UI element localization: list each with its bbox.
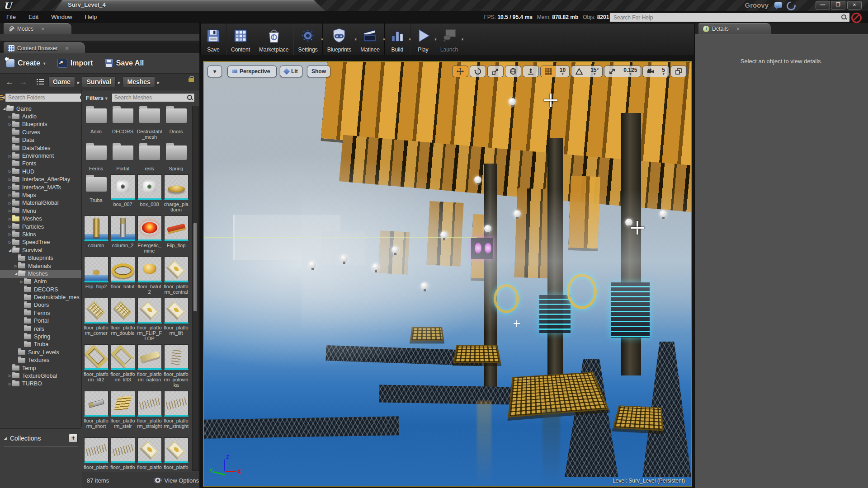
tree-item-interface_mats[interactable]: ▷Interface_MATs	[0, 183, 81, 191]
tree-expander-icon[interactable]: ▷	[8, 374, 12, 378]
asset-item[interactable]: floor_batut 2	[137, 257, 162, 295]
build-button[interactable]: Build▾	[385, 23, 410, 55]
show-flags-button[interactable]: Show	[307, 66, 330, 77]
tree-item-turbo[interactable]: ▷TURBO	[0, 380, 81, 388]
close-tab-icon[interactable]: ✕	[65, 46, 69, 52]
breadcrumb-item-game[interactable]: Game	[48, 76, 75, 87]
menu-file[interactable]: File	[0, 11, 22, 23]
blueprints-button[interactable]: Blueprints▾	[323, 23, 356, 55]
tree-expander-icon[interactable]: ▷	[8, 154, 12, 158]
save-all-button[interactable]: Save All	[105, 59, 144, 67]
lit-mode-button[interactable]: Lit	[280, 66, 302, 77]
help-search-input[interactable]	[609, 13, 850, 22]
tree-item-ferms[interactable]: Ferms	[0, 309, 81, 317]
tree-item-particles[interactable]: ▷Particles	[0, 223, 81, 230]
asset-item[interactable]: DECORS	[110, 106, 136, 140]
tree-expander-icon[interactable]: ◢	[2, 107, 6, 111]
asset-item[interactable]: floor_platform_FLIP_FLOP	[137, 298, 162, 341]
asset-item[interactable]: Anim	[83, 106, 109, 140]
import-button[interactable]: Import	[57, 59, 93, 68]
tree-expander-icon[interactable]: ▷	[8, 217, 12, 221]
asset-item[interactable]: charge_platform	[163, 174, 189, 212]
tree-item-textures[interactable]: Textures	[0, 357, 81, 364]
tree-item-menu[interactable]: ▷Menu	[0, 207, 81, 215]
tree-item-materials[interactable]: ▷Materials	[0, 262, 81, 270]
camera-value[interactable]: 5▾	[658, 68, 669, 75]
asset-item[interactable]: Flip_flop	[163, 216, 189, 253]
tree-item-environment[interactable]: ▷Environment	[0, 152, 81, 160]
tree-item-truba[interactable]: Truba	[0, 341, 81, 348]
asset-item[interactable]: floor_platform_straight_S	[110, 437, 136, 470]
breadcrumb-item-meshes[interactable]: Meshes	[123, 76, 155, 87]
perspective-button[interactable]: Perspective	[227, 66, 277, 77]
tree-expander-icon[interactable]: ▷	[8, 382, 12, 386]
settings-button[interactable]: Settings▾	[293, 23, 322, 55]
lock-icon[interactable]	[189, 78, 194, 82]
tree-item-doors[interactable]: Doors	[0, 301, 81, 309]
tree-item-surv_levels[interactable]: Surv_Levels	[0, 348, 81, 356]
tree-item-destruktable_mes[interactable]: Destruktable_mes	[0, 293, 81, 301]
rotate-button[interactable]	[470, 66, 486, 77]
asset-item[interactable]: floor_platform_double_	[110, 298, 136, 341]
tree-item-curves[interactable]: Curves	[0, 128, 81, 136]
asset-item[interactable]: Flip_flop2	[83, 257, 109, 295]
asset-grid-scrollbar[interactable]	[192, 106, 199, 471]
tree-item-skins[interactable]: ▷Skins	[0, 230, 81, 238]
asset-item[interactable]: floor_platform_steir	[110, 391, 136, 434]
add-collection-button[interactable]: +	[69, 434, 78, 443]
tree-expander-icon[interactable]: ▷	[8, 185, 12, 189]
tree-item-portal[interactable]: Portal	[0, 317, 81, 325]
tree-item-decors[interactable]: DECORS	[0, 286, 81, 293]
asset-item[interactable]: Doors	[163, 106, 189, 140]
camera-button[interactable]	[643, 66, 658, 77]
tree-item-maps[interactable]: ▷Maps	[0, 191, 81, 199]
asset-item[interactable]: floor_platform_corner	[83, 298, 109, 341]
asset-item[interactable]: floor_platform_straight_S	[137, 437, 162, 470]
asset-item[interactable]: floor_platform_lift3	[110, 344, 136, 388]
tree-item-reils[interactable]: reils	[0, 325, 81, 333]
menu-edit[interactable]: Edit	[22, 11, 45, 23]
tree-item-meshes[interactable]: ◢Meshes	[0, 270, 81, 277]
tree-expander-icon[interactable]: ▷	[8, 115, 12, 119]
asset-item[interactable]: Destruktabl_mesh	[137, 106, 162, 140]
collapse-icon[interactable]: ◢	[4, 436, 7, 441]
sync-icon[interactable]	[785, 0, 797, 12]
marketplace-button[interactable]: Marketplace	[255, 23, 293, 55]
tree-expander-icon[interactable]: ▷	[19, 280, 24, 284]
asset-item[interactable]: floor_platform_polovinka	[163, 344, 189, 388]
asset-item[interactable]: floor_platform_lift2	[83, 344, 109, 388]
close-button[interactable]: ×	[847, 1, 862, 9]
tree-item-textureglobal[interactable]: ▷TextureGlobal	[0, 372, 81, 380]
path-picker-icon[interactable]	[37, 79, 44, 85]
asset-item[interactable]: box_008	[137, 174, 162, 212]
scale-button[interactable]	[487, 66, 504, 77]
asset-item[interactable]: floor_platform_central	[163, 257, 189, 295]
matinee-button[interactable]: Matinee▾	[356, 23, 384, 55]
asset-item[interactable]: column	[83, 216, 109, 253]
asset-item[interactable]: Energetic_mine	[137, 216, 162, 253]
asset-item[interactable]: floor_platform_short	[83, 391, 109, 434]
angle-snap-value[interactable]: 15°▾	[587, 68, 602, 75]
tree-item-data[interactable]: Data	[0, 136, 81, 144]
asset-item[interactable]: floor_platform_straight_	[83, 437, 109, 470]
asset-item[interactable]: Truba	[83, 174, 109, 212]
asset-item[interactable]: floor_platform_straight	[137, 391, 162, 434]
scale-snap-button[interactable]	[604, 66, 620, 77]
tree-expander-icon[interactable]: ▷	[8, 169, 12, 174]
tree-item-hud[interactable]: ▷HUD	[0, 168, 81, 175]
asset-item[interactable]: reils	[137, 143, 162, 171]
tree-item-fonts[interactable]: Fonts	[0, 160, 81, 168]
globe-button[interactable]	[505, 66, 521, 77]
asset-item[interactable]: floor_platform_straight_	[163, 391, 189, 434]
maximize-button[interactable]	[670, 66, 687, 77]
tree-item-temp[interactable]: Temp	[0, 364, 81, 372]
angle-snap-button[interactable]	[571, 66, 587, 77]
close-tab-icon[interactable]: ✕	[41, 26, 45, 32]
tab-modes[interactable]: Modes ✕	[4, 23, 71, 34]
tree-item-speedtree[interactable]: ▷SpeedTree	[0, 239, 81, 246]
back-button[interactable]: ←	[5, 77, 14, 87]
tree-item-anim[interactable]: ▷Anim	[0, 278, 81, 286]
feedback-bubble-icon[interactable]	[774, 2, 782, 8]
tree-item-meshes[interactable]: ▷Meshes	[0, 215, 81, 222]
save-button[interactable]: Save	[201, 23, 226, 55]
